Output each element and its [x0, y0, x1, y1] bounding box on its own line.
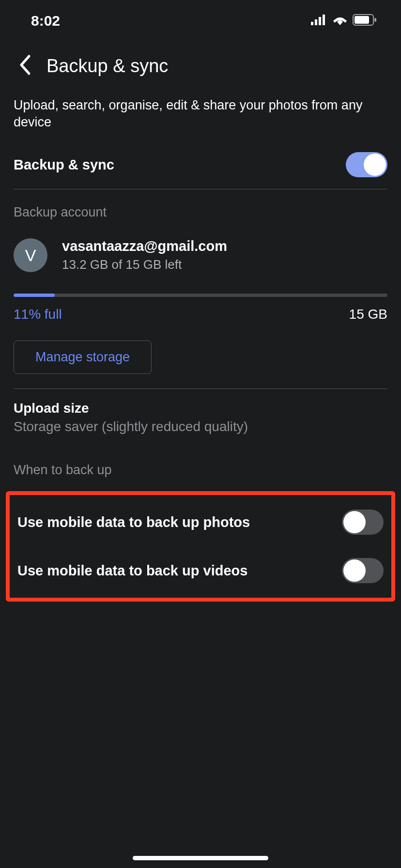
backup-account-header: Backup account [14, 193, 387, 229]
wifi-icon [332, 15, 348, 27]
svg-rect-0 [311, 22, 313, 25]
svg-rect-1 [315, 19, 317, 25]
status-time: 8:02 [31, 13, 60, 29]
mobile-data-videos-toggle[interactable] [342, 558, 384, 583]
upload-size-subtitle: Storage saver (slightly reduced quality) [14, 419, 387, 434]
highlight-annotation: Use mobile data to back up photos Use mo… [6, 491, 395, 602]
upload-size-title: Upload size [14, 401, 387, 416]
account-email: vasantaazza@gmail.com [62, 238, 227, 254]
mobile-data-photos-row: Use mobile data to back up photos [17, 498, 384, 546]
storage-total: 15 GB [349, 307, 387, 322]
storage-percent-full: 11% full [14, 307, 62, 322]
backup-sync-toggle[interactable] [346, 152, 387, 177]
cellular-signal-icon [311, 15, 327, 27]
status-bar: 8:02 [0, 0, 401, 39]
backup-sync-label: Backup & sync [14, 157, 114, 173]
divider [14, 388, 387, 389]
svg-rect-3 [323, 15, 325, 25]
account-storage-text: 13.2 GB of 15 GB left [62, 257, 227, 272]
storage-progress-fill [14, 294, 55, 297]
backup-sync-row: Backup & sync [14, 144, 387, 185]
divider [14, 189, 387, 189]
page-title: Backup & sync [46, 56, 168, 77]
page-description: Upload, search, organise, edit & share y… [14, 91, 387, 144]
upload-size-row[interactable]: Upload size Storage saver (slightly redu… [14, 393, 387, 442]
svg-rect-2 [319, 17, 321, 25]
header: Backup & sync [0, 39, 401, 91]
avatar: V [14, 238, 47, 272]
mobile-data-photos-label: Use mobile data to back up photos [17, 514, 250, 530]
mobile-data-videos-label: Use mobile data to back up videos [17, 563, 247, 579]
svg-rect-5 [355, 16, 369, 24]
svg-rect-6 [374, 18, 376, 22]
when-to-backup-header: When to back up [14, 442, 387, 491]
mobile-data-photos-toggle[interactable] [342, 510, 384, 535]
mobile-data-videos-row: Use mobile data to back up videos [17, 546, 384, 595]
storage-summary: 11% full 15 GB [14, 297, 387, 332]
storage-progress-bar [14, 294, 387, 297]
battery-icon [353, 14, 377, 28]
status-icons [311, 14, 377, 28]
manage-storage-button[interactable]: Manage storage [14, 341, 152, 374]
account-row[interactable]: V vasantaazza@gmail.com 13.2 GB of 15 GB… [14, 229, 387, 281]
back-icon[interactable] [18, 54, 31, 78]
home-indicator[interactable] [133, 856, 268, 860]
